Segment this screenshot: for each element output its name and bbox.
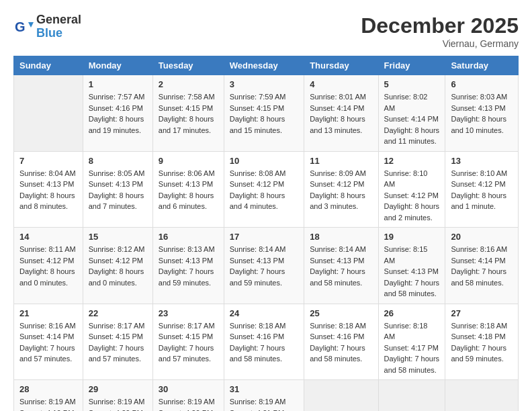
calendar-cell: 26 Sunrise: 8:18 AM Sunset: 4:17 PM Dayl… [378,304,445,380]
calendar-cell: 9 Sunrise: 8:06 AM Sunset: 4:13 PM Dayli… [152,151,224,228]
sunset-text: Sunset: 4:16 PM [89,104,143,112]
cell-info: Sunrise: 8:18 AM Sunset: 4:18 PM Dayligh… [451,320,513,365]
sunrise-text: Sunrise: 8:18 AM [451,322,507,330]
day-number: 4 [310,79,372,89]
sunrise-text: Sunrise: 8:17 AM [89,322,145,330]
day-number: 30 [159,384,218,394]
daylight-text: Daylight: 7 hours and 59 minutes. [159,267,214,287]
day-number: 8 [89,156,147,166]
sunrise-text: Sunrise: 8:10 AM [384,169,428,189]
header-saturday: Saturday [445,56,519,75]
sunrise-text: Sunrise: 8:05 AM [89,169,145,177]
calendar-header-row: SundayMondayTuesdayWednesdayThursdayFrid… [14,56,519,75]
sunset-text: Sunset: 4:16 PM [230,332,284,340]
calendar-cell: 31 Sunrise: 8:19 AM Sunset: 4:21 PM Dayl… [224,380,304,412]
sunrise-text: Sunrise: 8:16 AM [19,322,76,330]
sunset-text: Sunset: 4:14 PM [451,257,505,265]
sunset-text: Sunset: 4:12 PM [310,180,364,188]
daylight-text: Daylight: 8 hours and 19 minutes. [89,115,144,134]
day-number: 14 [19,232,77,242]
sunset-text: Sunset: 4:12 PM [19,257,74,265]
day-number: 25 [310,308,372,318]
daylight-text: Daylight: 7 hours and 57 minutes. [89,344,144,363]
day-number: 6 [451,79,513,89]
sunset-text: Sunset: 4:16 PM [310,332,364,340]
daylight-text: Daylight: 7 hours and 58 minutes. [384,279,440,298]
cell-info: Sunrise: 8:06 AM Sunset: 4:13 PM Dayligh… [159,168,218,212]
daylight-text: Daylight: 7 hours and 58 minutes. [310,344,365,363]
sunset-text: Sunset: 4:20 PM [159,409,213,412]
daylight-text: Daylight: 8 hours and 8 minutes. [19,191,75,211]
sunrise-text: Sunrise: 7:58 AM [159,93,215,101]
sunset-text: Sunset: 4:14 PM [384,115,439,123]
cell-info: Sunrise: 8:14 AM Sunset: 4:13 PM Dayligh… [310,244,372,288]
cell-info: Sunrise: 8:05 AM Sunset: 4:13 PM Dayligh… [89,168,147,212]
cell-info: Sunrise: 8:18 AM Sunset: 4:16 PM Dayligh… [310,320,372,365]
cell-info: Sunrise: 8:18 AM Sunset: 4:16 PM Dayligh… [230,320,298,365]
calendar-cell: 11 Sunrise: 8:09 AM Sunset: 4:12 PM Dayl… [304,151,378,228]
daylight-text: Daylight: 8 hours and 4 minutes. [230,191,285,211]
calendar-cell [14,75,83,152]
sunset-text: Sunset: 4:15 PM [159,104,213,112]
day-number: 3 [230,79,298,89]
day-number: 29 [89,384,147,394]
calendar-cell: 2 Sunrise: 7:58 AM Sunset: 4:15 PM Dayli… [152,75,224,152]
daylight-text: Daylight: 7 hours and 58 minutes. [384,355,440,374]
cell-info: Sunrise: 8:11 AM Sunset: 4:12 PM Dayligh… [19,244,77,288]
cell-info: Sunrise: 8:17 AM Sunset: 4:15 PM Dayligh… [89,320,147,365]
daylight-text: Daylight: 8 hours and 0 minutes. [89,267,144,287]
cell-info: Sunrise: 8:13 AM Sunset: 4:13 PM Dayligh… [159,244,218,288]
calendar-cell: 28 Sunrise: 8:19 AM Sunset: 4:19 PM Dayl… [14,380,83,412]
calendar-week-row: 28 Sunrise: 8:19 AM Sunset: 4:19 PM Dayl… [14,380,519,412]
sunrise-text: Sunrise: 8:11 AM [19,245,76,253]
day-number: 17 [230,232,298,242]
calendar-week-row: 21 Sunrise: 8:16 AM Sunset: 4:14 PM Dayl… [14,304,519,380]
cell-info: Sunrise: 8:16 AM Sunset: 4:14 PM Dayligh… [19,320,77,365]
sunrise-text: Sunrise: 8:12 AM [89,245,145,253]
day-number: 20 [451,232,513,242]
day-number: 26 [384,308,440,318]
cell-info: Sunrise: 8:19 AM Sunset: 4:19 PM Dayligh… [19,396,77,411]
daylight-text: Daylight: 7 hours and 57 minutes. [19,344,75,363]
svg-text:G: G [15,19,26,34]
sunrise-text: Sunrise: 8:03 AM [451,93,507,101]
calendar-cell: 1 Sunrise: 7:57 AM Sunset: 4:16 PM Dayli… [83,75,152,152]
calendar-cell [304,380,378,412]
sunrise-text: Sunrise: 8:14 AM [230,245,286,253]
header-monday: Monday [83,56,152,75]
day-number: 10 [230,156,298,166]
calendar-cell: 17 Sunrise: 8:14 AM Sunset: 4:13 PM Dayl… [224,228,304,304]
cell-info: Sunrise: 8:14 AM Sunset: 4:13 PM Dayligh… [230,244,298,288]
sunset-text: Sunset: 4:13 PM [89,180,143,188]
calendar-cell [378,380,445,412]
header-thursday: Thursday [304,56,378,75]
daylight-text: Daylight: 7 hours and 58 minutes. [451,267,506,287]
sunset-text: Sunset: 4:12 PM [451,180,505,188]
calendar-week-row: 7 Sunrise: 8:04 AM Sunset: 4:13 PM Dayli… [14,151,519,228]
svg-marker-1 [28,22,34,28]
day-number: 31 [230,384,298,394]
sunset-text: Sunset: 4:13 PM [310,257,364,265]
day-number: 12 [384,156,440,166]
day-number: 7 [19,156,77,166]
logo-line2: Blue [36,27,81,40]
cell-info: Sunrise: 8:02 AM Sunset: 4:14 PM Dayligh… [384,91,440,147]
day-number: 16 [159,232,218,242]
sunset-text: Sunset: 4:20 PM [89,409,143,412]
location: Viernau, Germany [361,38,519,49]
calendar-cell: 24 Sunrise: 8:18 AM Sunset: 4:16 PM Dayl… [224,304,304,380]
calendar-cell: 18 Sunrise: 8:14 AM Sunset: 4:13 PM Dayl… [304,228,378,304]
daylight-text: Daylight: 7 hours and 57 minutes. [159,344,214,363]
day-number: 5 [384,79,440,89]
sunset-text: Sunset: 4:13 PM [451,104,505,112]
daylight-text: Daylight: 8 hours and 0 minutes. [19,267,75,287]
sunrise-text: Sunrise: 8:01 AM [310,93,366,101]
sunrise-text: Sunrise: 8:16 AM [451,245,507,253]
day-number: 11 [310,156,372,166]
sunrise-text: Sunrise: 8:13 AM [159,245,215,253]
daylight-text: Daylight: 8 hours and 6 minutes. [159,191,214,211]
daylight-text: Daylight: 8 hours and 7 minutes. [89,191,144,211]
cell-info: Sunrise: 8:19 AM Sunset: 4:20 PM Dayligh… [89,396,147,411]
sunrise-text: Sunrise: 8:19 AM [159,398,215,406]
cell-info: Sunrise: 8:10 AM Sunset: 4:12 PM Dayligh… [451,168,513,212]
